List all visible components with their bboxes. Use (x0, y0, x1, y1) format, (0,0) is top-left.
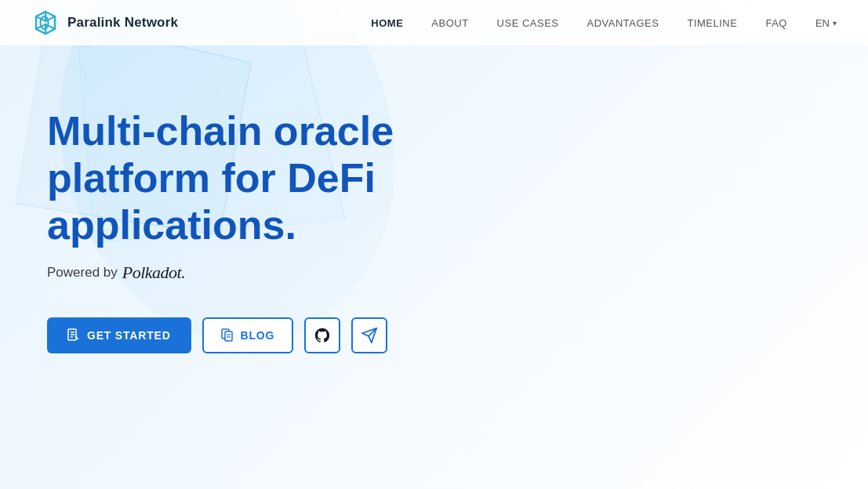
nav-home[interactable]: HOME (371, 17, 403, 29)
nav-links: HOME ABOUT USE CASES ADVANTAGES TIMELINE… (371, 17, 837, 29)
powered-by-label: Powered by (47, 265, 118, 281)
logo-icon (31, 9, 60, 37)
hero-section: Multi-chain oracle platform for DeFi app… (0, 45, 868, 353)
nav-advantages[interactable]: ADVANTAGES (587, 17, 659, 29)
hero-buttons: GET STARTED BLOG (47, 317, 868, 353)
hero-subtitle: Powered by Polkadot. (47, 263, 868, 283)
navbar: Paralink Network HOME ABOUT USE CASES AD… (0, 0, 868, 45)
nav-about[interactable]: ABOUT (431, 17, 468, 29)
blog-button[interactable]: BLOG (202, 317, 294, 353)
github-icon (314, 327, 331, 344)
blog-label: BLOG (241, 329, 275, 342)
blog-icon (221, 328, 234, 342)
get-started-button[interactable]: GET STARTED (47, 317, 191, 353)
polkadot-brand: Polkadot. (122, 263, 185, 283)
language-label: EN (815, 17, 830, 29)
chevron-down-icon: ▾ (833, 19, 837, 27)
get-started-label: GET STARTED (87, 329, 171, 342)
logo-text: Paralink Network (67, 15, 178, 31)
telegram-icon (361, 327, 378, 344)
logo[interactable]: Paralink Network (31, 9, 178, 37)
document-icon (67, 328, 80, 342)
language-selector[interactable]: EN ▾ (815, 17, 837, 29)
svg-rect-12 (225, 331, 232, 341)
nav-faq[interactable]: FAQ (765, 17, 787, 29)
nav-use-cases[interactable]: USE CASES (497, 17, 559, 29)
hero-title: Multi-chain oracle platform for DeFi app… (47, 108, 533, 248)
github-button[interactable] (304, 317, 340, 353)
nav-timeline[interactable]: TIMELINE (687, 17, 737, 29)
telegram-button[interactable] (351, 317, 387, 353)
